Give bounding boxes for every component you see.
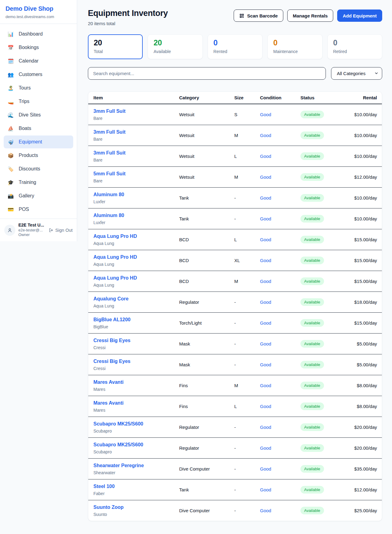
table-row[interactable]: Mares Avanti Mares Fins L Good Available…: [88, 396, 382, 417]
item-condition-link[interactable]: Good: [260, 133, 271, 138]
item-name-link[interactable]: Aqualung Core: [93, 296, 179, 302]
add-equipment-button[interactable]: Add Equipment: [337, 10, 382, 22]
table-row[interactable]: Suunto Zoop Suunto Dive Computer - Good …: [88, 500, 382, 521]
item-name-link[interactable]: Scubapro MK25/S600: [93, 421, 179, 427]
table-row[interactable]: Aqua Lung Pro HD Aqua Lung BCD M Good Av…: [88, 271, 382, 292]
sidebar-item-boats[interactable]: ⛵ Boats: [4, 122, 73, 135]
item-name-link[interactable]: Cressi Big Eyes: [93, 358, 179, 364]
table-row[interactable]: Aqua Lung Pro HD Aqua Lung BCD L Good Av…: [88, 229, 382, 250]
item-condition-link[interactable]: Good: [260, 216, 271, 221]
item-name-link[interactable]: 3mm Full Suit: [93, 150, 179, 156]
sidebar-item-tours[interactable]: 🏝️ Tours: [4, 82, 73, 94]
item-rental-rate: $10.00/day: [354, 195, 377, 200]
stat-label: Rented: [213, 49, 257, 54]
table-row[interactable]: Scubapro MK25/S600 Scubapro Regulator - …: [88, 438, 382, 459]
sidebar-item-trips[interactable]: 🚤 Trips: [4, 95, 73, 108]
sidebar-item-training[interactable]: 🎓 Training: [4, 176, 73, 189]
table-row[interactable]: Aqualung Core Aqua Lung Regulator - Good…: [88, 292, 382, 313]
item-condition-link[interactable]: Good: [260, 404, 271, 409]
item-name-link[interactable]: Aqua Lung Pro HD: [93, 233, 179, 239]
scan-barcode-button[interactable]: Scan Barcode: [234, 10, 283, 22]
item-name-link[interactable]: 3mm Full Suit: [93, 129, 179, 135]
table-row[interactable]: Shearwater Peregrine Shearwater Dive Com…: [88, 459, 382, 479]
sign-out-button[interactable]: Sign Out: [49, 228, 73, 233]
item-name-link[interactable]: Mares Avanti: [93, 379, 179, 385]
item-size: M: [234, 279, 238, 284]
sidebar-item-discounts[interactable]: 🏷️ Discounts: [4, 162, 73, 175]
table-row[interactable]: 3mm Full Suit Bare Wetsuit M Good Availa…: [88, 125, 382, 146]
item-condition-link[interactable]: Good: [260, 112, 271, 117]
table-row[interactable]: Scubapro MK25/S600 Scubapro Regulator - …: [88, 417, 382, 438]
table-row[interactable]: Cressi Big Eyes Cressi Mask - Good Avail…: [88, 334, 382, 354]
stat-card-retired[interactable]: 0 Retired: [327, 34, 382, 59]
sidebar-item-bookings[interactable]: 📅 Bookings: [4, 41, 73, 54]
manage-rentals-label: Manage Rentals: [293, 13, 328, 18]
stat-card-maintenance[interactable]: 0 Maintenance: [267, 34, 322, 59]
sidebar-item-label: Products: [19, 153, 38, 158]
sidebar-item-dive-sites[interactable]: 🌊 Dive Sites: [4, 109, 73, 121]
item-name-link[interactable]: Cressi Big Eyes: [93, 338, 179, 344]
stat-card-rented[interactable]: 0 Rented: [208, 34, 262, 59]
item-brand: Bare: [93, 158, 179, 162]
item-name-link[interactable]: Aqua Lung Pro HD: [93, 275, 179, 281]
item-condition-link[interactable]: Good: [260, 466, 271, 471]
stat-label: Retired: [333, 49, 376, 54]
item-name-link[interactable]: Suunto Zoop: [93, 504, 179, 510]
item-condition-link[interactable]: Good: [260, 487, 271, 492]
status-badge: Available: [300, 382, 324, 389]
item-name-link[interactable]: 5mm Full Suit: [93, 171, 179, 177]
manage-rentals-button[interactable]: Manage Rentals: [287, 10, 333, 22]
table-row[interactable]: Aluminum 80 Luxfer Tank - Good Available…: [88, 208, 382, 229]
table-row[interactable]: Cressi Big Eyes Cressi Mask - Good Avail…: [88, 354, 382, 375]
item-name-link[interactable]: Mares Avanti: [93, 400, 179, 406]
item-brand: Aqua Lung: [93, 283, 179, 288]
status-badge: Available: [300, 465, 324, 473]
sidebar-item-equipment[interactable]: 🤿 Equipment: [4, 135, 73, 148]
column-header-rental: Rental: [348, 92, 382, 104]
sidebar-item-label: Dive Sites: [19, 112, 41, 118]
item-condition-link[interactable]: Good: [260, 258, 271, 263]
table-row[interactable]: Aluminum 80 Luxfer Tank - Good Available…: [88, 188, 382, 208]
item-condition-link[interactable]: Good: [260, 174, 271, 180]
item-condition-link[interactable]: Good: [260, 508, 271, 513]
table-row[interactable]: BigBlue AL1200 BigBlue Torch/Light - Goo…: [88, 313, 382, 334]
table-row[interactable]: 3mm Full Suit Bare Wetsuit S Good Availa…: [88, 104, 382, 125]
item-condition-link[interactable]: Good: [260, 279, 271, 284]
item-condition-link[interactable]: Good: [260, 383, 271, 388]
table-row[interactable]: 5mm Full Suit Bare Wetsuit M Good Availa…: [88, 167, 382, 188]
item-name-link[interactable]: Aluminum 80: [93, 212, 179, 219]
table-row[interactable]: Mares Avanti Mares Fins M Good Available…: [88, 375, 382, 396]
item-condition-link[interactable]: Good: [260, 362, 271, 367]
item-condition-link[interactable]: Good: [260, 195, 271, 200]
item-condition-link[interactable]: Good: [260, 445, 271, 451]
item-condition-link[interactable]: Good: [260, 320, 271, 326]
sidebar-item-pos[interactable]: 💳 POS: [4, 203, 73, 216]
sidebar-item-label: Discounts: [19, 166, 40, 172]
item-condition-link[interactable]: Good: [260, 154, 271, 159]
table-row[interactable]: 3mm Full Suit Bare Wetsuit L Good Availa…: [88, 146, 382, 167]
table-row[interactable]: Steel 100 Faber Tank - Good Available $1…: [88, 479, 382, 500]
item-name-link[interactable]: Scubapro MK25/S600: [93, 442, 179, 448]
item-name-link[interactable]: BigBlue AL1200: [93, 317, 179, 323]
sidebar-item-gallery[interactable]: 📸 Gallery: [4, 189, 73, 202]
stat-card-total[interactable]: 20 Total: [88, 34, 143, 59]
sidebar-item-calendar[interactable]: 🗓️ Calendar: [4, 55, 73, 67]
item-name-link[interactable]: 3mm Full Suit: [93, 108, 179, 114]
category-select[interactable]: All Categories: [331, 67, 382, 80]
item-rental-rate: $15.00/day: [354, 258, 377, 263]
sidebar-item-dashboard[interactable]: 📊 Dashboard: [4, 28, 73, 40]
item-name-link[interactable]: Aluminum 80: [93, 192, 179, 198]
item-name-link[interactable]: Steel 100: [93, 483, 179, 490]
item-name-link[interactable]: Aqua Lung Pro HD: [93, 254, 179, 260]
item-condition-link[interactable]: Good: [260, 341, 271, 346]
sidebar-item-customers[interactable]: 👥 Customers: [4, 68, 73, 81]
item-condition-link[interactable]: Good: [260, 425, 271, 430]
item-brand: Cressi: [93, 345, 179, 350]
item-name-link[interactable]: Shearwater Peregrine: [93, 463, 179, 469]
item-condition-link[interactable]: Good: [260, 237, 271, 242]
table-row[interactable]: Aqua Lung Pro HD Aqua Lung BCD XL Good A…: [88, 250, 382, 271]
item-condition-link[interactable]: Good: [260, 299, 271, 305]
stat-card-available[interactable]: 20 Available: [148, 34, 202, 59]
search-input[interactable]: [88, 67, 326, 80]
sidebar-item-products[interactable]: 📦 Products: [4, 149, 73, 162]
